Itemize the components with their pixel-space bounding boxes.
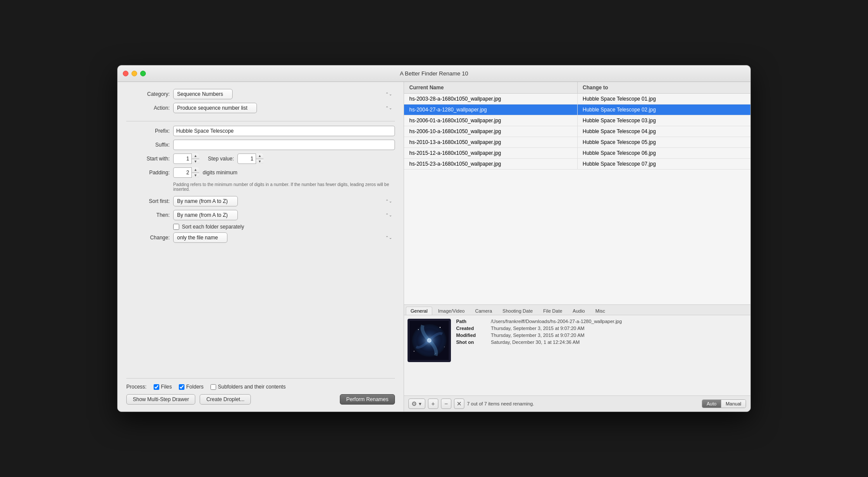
files-label: Files bbox=[161, 384, 172, 390]
left-panel: Category: Sequence Numbers Action: Produ… bbox=[118, 82, 404, 412]
window-title: A Better Finder Rename 10 bbox=[400, 70, 468, 77]
step-value-up[interactable]: ▲ bbox=[256, 154, 263, 159]
table-row[interactable]: hs-2004-27-a-1280_wallpaper.jpg Hubble S… bbox=[404, 105, 750, 115]
shoton-value: Saturday, December 30, 1 at 12:24:36 AM bbox=[491, 340, 580, 345]
change-label: Change: bbox=[126, 235, 170, 241]
info-tab-shooting-date[interactable]: Shooting Date bbox=[498, 307, 538, 315]
then-select-wrapper: By name (from A to Z) bbox=[173, 210, 395, 220]
multi-step-button[interactable]: Show Multi-Step Drawer bbox=[126, 394, 195, 405]
manual-mode-button[interactable]: Manual bbox=[721, 400, 746, 408]
padding-stepper: ▲ ▼ bbox=[191, 167, 199, 178]
start-with-down[interactable]: ▼ bbox=[192, 159, 199, 164]
thumbnail-svg bbox=[410, 321, 449, 360]
file-meta: Path /Users/frankreiff/Downloads/hs-2004… bbox=[456, 319, 747, 392]
clear-button[interactable]: ✕ bbox=[454, 399, 464, 409]
padding-down[interactable]: ▼ bbox=[192, 173, 199, 178]
path-value: /Users/frankreiff/Downloads/hs-2004-27-a… bbox=[491, 319, 622, 324]
meta-path-row: Path /Users/frankreiff/Downloads/hs-2004… bbox=[456, 319, 747, 324]
td-current: hs-2006-10-a-1680x1050_wallpaper.jpg bbox=[404, 126, 578, 137]
td-current: hs-2010-13-a-1680x1050_wallpaper.jpg bbox=[404, 137, 578, 147]
path-key: Path bbox=[456, 319, 491, 324]
table-row[interactable]: hs-2006-01-a-1680x1050_wallpaper.jpg Hub… bbox=[404, 115, 750, 126]
close-button[interactable] bbox=[123, 71, 128, 76]
modified-key: Modified bbox=[456, 333, 491, 338]
category-row: Category: Sequence Numbers bbox=[126, 89, 395, 99]
info-tab-image-video[interactable]: Image/Video bbox=[433, 307, 470, 315]
folders-check-group: Folders bbox=[179, 384, 204, 390]
table-row[interactable]: hs-2006-10-a-1680x1050_wallpaper.jpg Hub… bbox=[404, 126, 750, 137]
app-window: A Better Finder Rename 10 Category: Sequ… bbox=[117, 65, 751, 412]
bottom-toolbar: ⚙ ▼ + − ✕ 7 out of 7 items need renaming… bbox=[404, 395, 750, 412]
table-row[interactable]: hs-2003-28-a-1680x1050_wallpaper.jpg Hub… bbox=[404, 94, 750, 105]
td-change: Hubble Space Telescope 07.jpg bbox=[578, 159, 751, 169]
modified-value: Thursday, September 3, 2015 at 9:07:20 A… bbox=[491, 333, 585, 338]
table-row[interactable]: hs-2015-12-a-1680x1050_wallpaper.jpg Hub… bbox=[404, 148, 750, 159]
table-row[interactable]: hs-2015-23-a-1680x1050_wallpaper.jpg Hub… bbox=[404, 159, 750, 170]
perform-renames-button[interactable]: Perform Renames bbox=[340, 394, 395, 405]
info-tab-audio[interactable]: Audio bbox=[568, 307, 590, 315]
padding-up[interactable]: ▲ bbox=[192, 167, 199, 173]
step-value-down[interactable]: ▼ bbox=[256, 159, 263, 164]
sort-folder-checkbox[interactable] bbox=[173, 224, 179, 230]
bottom-bar: Process: Files Folders Subfolders and th… bbox=[126, 378, 395, 405]
start-with-label: Start with: bbox=[126, 156, 170, 162]
category-select-wrapper: Sequence Numbers bbox=[173, 89, 395, 99]
sort-first-row: Sort first: By name (from A to Z) bbox=[126, 196, 395, 206]
created-key: Created bbox=[456, 326, 491, 331]
maximize-button[interactable] bbox=[140, 71, 146, 76]
svg-point-6 bbox=[444, 346, 445, 347]
subfolders-checkbox[interactable] bbox=[210, 384, 216, 390]
info-tab-misc[interactable]: Misc bbox=[591, 307, 610, 315]
then-select[interactable]: By name (from A to Z) bbox=[173, 210, 238, 220]
info-tab-general[interactable]: General bbox=[406, 307, 432, 315]
files-checkbox[interactable] bbox=[154, 384, 159, 390]
add-button[interactable]: + bbox=[428, 399, 438, 409]
td-current: hs-2015-12-a-1680x1050_wallpaper.jpg bbox=[404, 148, 578, 158]
info-tab-file-date[interactable]: File Date bbox=[539, 307, 567, 315]
folders-label: Folders bbox=[186, 384, 204, 390]
start-with-wrapper: ▲ ▼ bbox=[173, 154, 199, 164]
td-current: hs-2006-01-a-1680x1050_wallpaper.jpg bbox=[404, 115, 578, 126]
gear-button[interactable]: ⚙ ▼ bbox=[408, 399, 425, 409]
process-row: Process: Files Folders Subfolders and th… bbox=[126, 384, 395, 390]
action-select[interactable]: Produce sequence number list bbox=[173, 103, 257, 113]
start-with-stepper: ▲ ▼ bbox=[191, 154, 199, 164]
meta-created-row: Created Thursday, September 3, 2015 at 9… bbox=[456, 326, 747, 331]
files-check-group: Files bbox=[154, 384, 172, 390]
traffic-lights bbox=[123, 71, 146, 76]
file-table: Current Name Change to hs-2003-28-a-1680… bbox=[404, 82, 750, 304]
svg-point-7 bbox=[414, 351, 414, 352]
td-change: Hubble Space Telescope 01.jpg bbox=[578, 94, 751, 104]
start-step-row: Start with: ▲ ▼ Step value: ▲ ▼ bbox=[126, 154, 395, 164]
sort-first-select[interactable]: By name (from A to Z) bbox=[173, 196, 238, 206]
prefix-row: Prefix: bbox=[126, 126, 395, 136]
td-change: Hubble Space Telescope 02.jpg bbox=[578, 105, 751, 115]
plus-icon: + bbox=[431, 400, 435, 407]
suffix-input[interactable] bbox=[173, 140, 395, 150]
table-row[interactable]: hs-2010-13-a-1680x1050_wallpaper.jpg Hub… bbox=[404, 137, 750, 148]
td-current: hs-2003-28-a-1680x1050_wallpaper.jpg bbox=[404, 94, 578, 104]
col-change-header: Change to bbox=[578, 82, 751, 93]
change-select[interactable]: only the file name bbox=[173, 232, 227, 243]
action-buttons: Show Multi-Step Drawer Create Droplet...… bbox=[126, 394, 395, 405]
folders-checkbox[interactable] bbox=[179, 384, 184, 390]
info-tab-camera[interactable]: Camera bbox=[470, 307, 497, 315]
sort-folder-label: Sort each folder separately bbox=[182, 224, 244, 230]
status-text: 7 out of 7 items need renaming. bbox=[467, 401, 699, 406]
sort-first-select-wrapper: By name (from A to Z) bbox=[173, 196, 395, 206]
minimize-button[interactable] bbox=[132, 71, 137, 76]
suffix-label: Suffix: bbox=[126, 142, 170, 148]
main-content: Category: Sequence Numbers Action: Produ… bbox=[118, 82, 750, 412]
action-row: Action: Produce sequence number list bbox=[126, 103, 395, 113]
then-row: Then: By name (from A to Z) bbox=[126, 210, 395, 220]
sort-first-label: Sort first: bbox=[126, 198, 170, 204]
start-with-up[interactable]: ▲ bbox=[192, 154, 199, 159]
create-droplet-button[interactable]: Create Droplet... bbox=[200, 394, 251, 405]
svg-point-5 bbox=[440, 327, 441, 328]
auto-mode-button[interactable]: Auto bbox=[702, 400, 721, 408]
category-select[interactable]: Sequence Numbers bbox=[173, 89, 233, 99]
then-label: Then: bbox=[126, 212, 170, 218]
prefix-input[interactable] bbox=[173, 126, 395, 136]
remove-button[interactable]: − bbox=[441, 399, 451, 409]
gear-dropdown-icon: ▼ bbox=[418, 402, 422, 406]
